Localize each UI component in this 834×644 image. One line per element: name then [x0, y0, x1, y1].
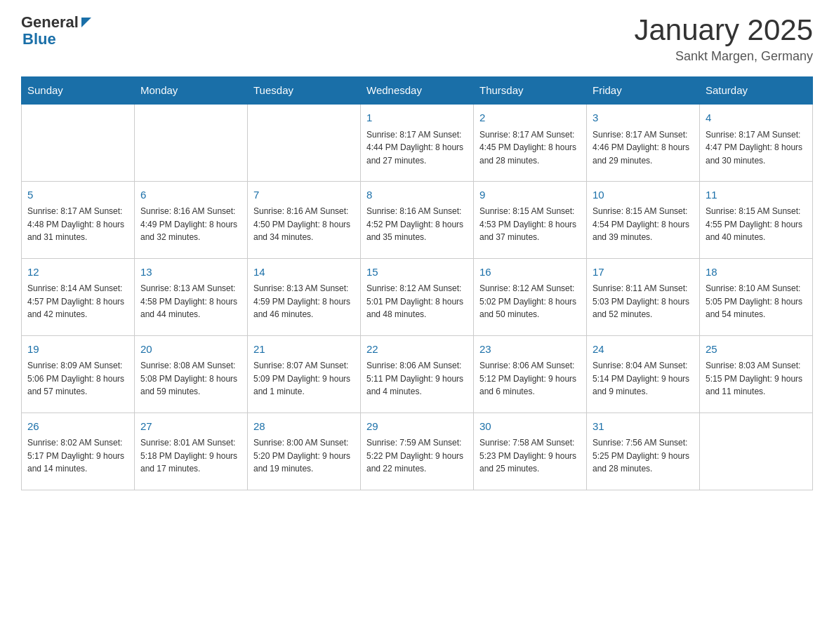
calendar-week-row: 26Sunrise: 8:02 AM Sunset: 5:17 PM Dayli…	[22, 412, 813, 490]
col-sunday: Sunday	[22, 77, 135, 105]
calendar-week-row: 5Sunrise: 8:17 AM Sunset: 4:48 PM Daylig…	[22, 181, 813, 258]
table-row: 10Sunrise: 8:15 AM Sunset: 4:54 PM Dayli…	[587, 181, 700, 258]
day-info: Sunrise: 8:15 AM Sunset: 4:53 PM Dayligh…	[479, 205, 581, 244]
col-saturday: Saturday	[700, 77, 813, 105]
day-number: 29	[366, 419, 468, 435]
logo-blue: Blue	[22, 30, 56, 48]
col-friday: Friday	[587, 77, 700, 105]
day-info: Sunrise: 8:12 AM Sunset: 5:02 PM Dayligh…	[479, 282, 581, 321]
table-row: 17Sunrise: 8:11 AM Sunset: 5:03 PM Dayli…	[587, 258, 700, 335]
day-info: Sunrise: 8:07 AM Sunset: 5:09 PM Dayligh…	[253, 359, 355, 398]
table-row: 2Sunrise: 8:17 AM Sunset: 4:45 PM Daylig…	[474, 104, 587, 181]
table-row	[248, 104, 361, 181]
day-number: 6	[140, 187, 241, 203]
day-info: Sunrise: 8:13 AM Sunset: 4:59 PM Dayligh…	[253, 282, 355, 321]
day-number: 23	[479, 342, 581, 358]
table-row: 12Sunrise: 8:14 AM Sunset: 4:57 PM Dayli…	[22, 258, 135, 335]
day-number: 9	[479, 187, 581, 203]
table-row: 22Sunrise: 8:06 AM Sunset: 5:11 PM Dayli…	[361, 335, 474, 412]
day-info: Sunrise: 7:59 AM Sunset: 5:22 PM Dayligh…	[366, 436, 468, 476]
day-number: 8	[366, 187, 468, 203]
calendar-table: Sunday Monday Tuesday Wednesday Thursday…	[21, 76, 813, 490]
day-number: 17	[593, 264, 694, 281]
table-row: 16Sunrise: 8:12 AM Sunset: 5:02 PM Dayli…	[474, 258, 587, 335]
day-info: Sunrise: 8:17 AM Sunset: 4:44 PM Dayligh…	[366, 128, 468, 168]
day-info: Sunrise: 8:12 AM Sunset: 5:01 PM Dayligh…	[366, 282, 468, 321]
day-number: 14	[253, 264, 355, 281]
table-row: 5Sunrise: 8:17 AM Sunset: 4:48 PM Daylig…	[22, 181, 135, 258]
col-tuesday: Tuesday	[248, 77, 361, 105]
day-number: 7	[253, 187, 355, 203]
table-row: 3Sunrise: 8:17 AM Sunset: 4:46 PM Daylig…	[587, 104, 700, 181]
page-header: General Blue January 2025 Sankt Margen, …	[21, 14, 813, 64]
day-info: Sunrise: 8:01 AM Sunset: 5:18 PM Dayligh…	[140, 436, 241, 476]
calendar-week-row: 1Sunrise: 8:17 AM Sunset: 4:44 PM Daylig…	[22, 104, 813, 181]
table-row: 21Sunrise: 8:07 AM Sunset: 5:09 PM Dayli…	[248, 335, 361, 412]
title-section: January 2025 Sankt Margen, Germany	[634, 14, 813, 64]
day-number: 1	[366, 110, 468, 126]
calendar-subtitle: Sankt Margen, Germany	[634, 49, 813, 64]
day-info: Sunrise: 8:09 AM Sunset: 5:06 PM Dayligh…	[27, 359, 128, 398]
table-row: 28Sunrise: 8:00 AM Sunset: 5:20 PM Dayli…	[248, 412, 361, 490]
day-number: 30	[479, 419, 581, 435]
day-number: 20	[140, 342, 241, 358]
table-row	[700, 412, 813, 490]
table-row: 8Sunrise: 8:16 AM Sunset: 4:52 PM Daylig…	[361, 181, 474, 258]
table-row: 7Sunrise: 8:16 AM Sunset: 4:50 PM Daylig…	[248, 181, 361, 258]
col-wednesday: Wednesday	[361, 77, 474, 105]
day-info: Sunrise: 8:13 AM Sunset: 4:58 PM Dayligh…	[140, 282, 241, 321]
day-number: 5	[27, 187, 128, 203]
day-number: 25	[706, 342, 807, 358]
logo-triangle-icon	[79, 16, 91, 29]
col-monday: Monday	[135, 77, 248, 105]
day-number: 11	[706, 187, 807, 203]
table-row	[135, 104, 248, 181]
day-info: Sunrise: 8:00 AM Sunset: 5:20 PM Dayligh…	[253, 436, 355, 476]
day-number: 13	[140, 264, 241, 281]
day-number: 21	[253, 342, 355, 358]
day-number: 3	[593, 110, 694, 126]
calendar-week-row: 12Sunrise: 8:14 AM Sunset: 4:57 PM Dayli…	[22, 258, 813, 335]
table-row: 25Sunrise: 8:03 AM Sunset: 5:15 PM Dayli…	[700, 335, 813, 412]
day-info: Sunrise: 8:17 AM Sunset: 4:47 PM Dayligh…	[706, 128, 807, 168]
day-info: Sunrise: 7:58 AM Sunset: 5:23 PM Dayligh…	[479, 436, 581, 476]
logo: General Blue	[21, 14, 91, 48]
table-row: 9Sunrise: 8:15 AM Sunset: 4:53 PM Daylig…	[474, 181, 587, 258]
day-number: 10	[593, 187, 694, 203]
day-number: 22	[366, 342, 468, 358]
table-row: 4Sunrise: 8:17 AM Sunset: 4:47 PM Daylig…	[700, 104, 813, 181]
calendar-title: January 2025	[634, 14, 813, 46]
day-info: Sunrise: 7:56 AM Sunset: 5:25 PM Dayligh…	[593, 436, 694, 476]
day-info: Sunrise: 8:02 AM Sunset: 5:17 PM Dayligh…	[27, 436, 128, 476]
calendar-week-row: 19Sunrise: 8:09 AM Sunset: 5:06 PM Dayli…	[22, 335, 813, 412]
table-row	[22, 104, 135, 181]
table-row: 11Sunrise: 8:15 AM Sunset: 4:55 PM Dayli…	[700, 181, 813, 258]
day-info: Sunrise: 8:16 AM Sunset: 4:50 PM Dayligh…	[253, 205, 355, 244]
day-number: 12	[27, 264, 128, 281]
day-info: Sunrise: 8:04 AM Sunset: 5:14 PM Dayligh…	[593, 359, 694, 398]
day-info: Sunrise: 8:17 AM Sunset: 4:45 PM Dayligh…	[479, 128, 581, 168]
day-info: Sunrise: 8:15 AM Sunset: 4:54 PM Dayligh…	[593, 205, 694, 244]
table-row: 13Sunrise: 8:13 AM Sunset: 4:58 PM Dayli…	[135, 258, 248, 335]
day-info: Sunrise: 8:06 AM Sunset: 5:11 PM Dayligh…	[366, 359, 468, 398]
calendar-header-row: Sunday Monday Tuesday Wednesday Thursday…	[22, 77, 813, 105]
day-info: Sunrise: 8:06 AM Sunset: 5:12 PM Dayligh…	[479, 359, 581, 398]
day-info: Sunrise: 8:15 AM Sunset: 4:55 PM Dayligh…	[706, 205, 807, 244]
day-number: 26	[27, 419, 128, 435]
day-number: 24	[593, 342, 694, 358]
day-info: Sunrise: 8:03 AM Sunset: 5:15 PM Dayligh…	[706, 359, 807, 398]
table-row: 18Sunrise: 8:10 AM Sunset: 5:05 PM Dayli…	[700, 258, 813, 335]
day-number: 2	[479, 110, 581, 126]
logo-general: General	[21, 14, 79, 31]
table-row: 24Sunrise: 8:04 AM Sunset: 5:14 PM Dayli…	[587, 335, 700, 412]
day-info: Sunrise: 8:17 AM Sunset: 4:48 PM Dayligh…	[27, 205, 128, 244]
day-info: Sunrise: 8:16 AM Sunset: 4:52 PM Dayligh…	[366, 205, 468, 244]
day-number: 27	[140, 419, 241, 435]
table-row: 23Sunrise: 8:06 AM Sunset: 5:12 PM Dayli…	[474, 335, 587, 412]
table-row: 27Sunrise: 8:01 AM Sunset: 5:18 PM Dayli…	[135, 412, 248, 490]
table-row: 6Sunrise: 8:16 AM Sunset: 4:49 PM Daylig…	[135, 181, 248, 258]
table-row: 14Sunrise: 8:13 AM Sunset: 4:59 PM Dayli…	[248, 258, 361, 335]
day-number: 19	[27, 342, 128, 358]
table-row: 26Sunrise: 8:02 AM Sunset: 5:17 PM Dayli…	[22, 412, 135, 490]
day-number: 16	[479, 264, 581, 281]
